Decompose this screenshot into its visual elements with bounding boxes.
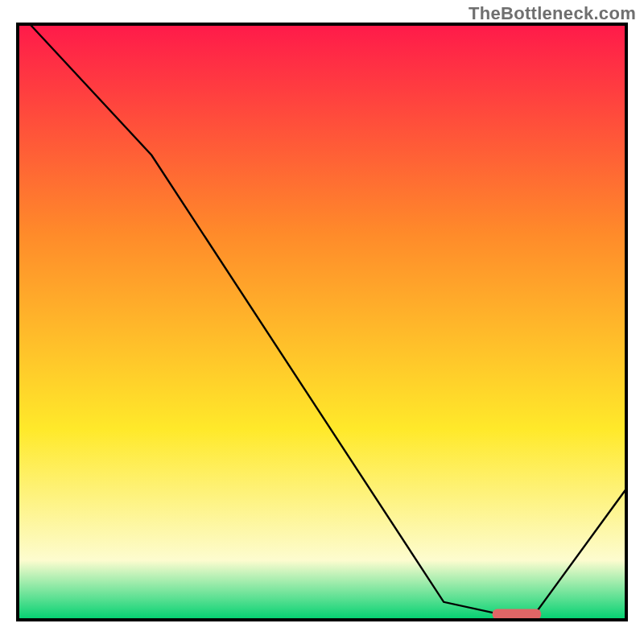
chart-container: TheBottleneck.com [0, 0, 644, 644]
watermark-text: TheBottleneck.com [469, 3, 636, 24]
plot-background-gradient [18, 24, 626, 620]
optimum-marker [493, 609, 542, 620]
bottleneck-chart [0, 0, 644, 644]
